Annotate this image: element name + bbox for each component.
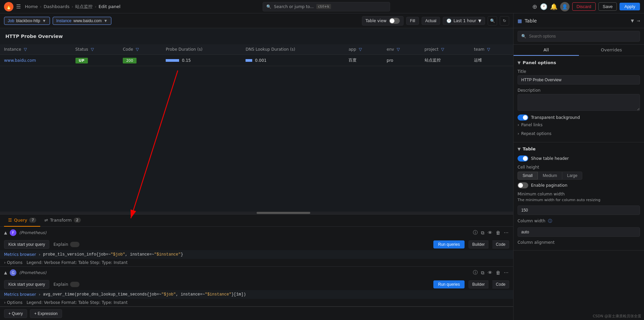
- search-bar[interactable]: 🔍 Search or jump to... ctrl+k: [263, 2, 390, 11]
- instance-filter-icon[interactable]: ▽: [24, 47, 27, 52]
- table-panel-icon: ▦: [518, 18, 522, 24]
- clock-icon[interactable]: 🕐: [540, 3, 547, 10]
- panel-options-header[interactable]: ▼ Panel options: [518, 60, 640, 65]
- query-row-g: ▲ G (Prometheus) ⓘ ⧉ 👁 🗑 ⋯ Kick start yo…: [0, 267, 513, 307]
- app-filter-icon[interactable]: ▽: [359, 47, 362, 52]
- table-view-toggle[interactable]: Table view: [362, 16, 404, 26]
- query-g-eye-btn[interactable]: 👁: [487, 269, 493, 276]
- query-g-more-btn[interactable]: ⋯: [503, 269, 509, 276]
- tab-transform[interactable]: ⇌ Transform 2: [40, 215, 85, 227]
- table-view-switch[interactable]: [389, 18, 400, 24]
- table-section-header[interactable]: ▼ Table: [518, 146, 640, 151]
- repeat-options-label: Repeat options: [521, 131, 551, 136]
- panel-type-select[interactable]: ▼: [631, 18, 634, 23]
- scroll-indicator[interactable]: [0, 212, 513, 214]
- min-col-width-input[interactable]: [518, 205, 640, 215]
- bell-icon[interactable]: 🔔: [550, 3, 557, 10]
- search-options-icon: 🔍: [521, 34, 526, 39]
- query-f-delete-btn[interactable]: 🗑: [495, 229, 501, 236]
- code-f-btn[interactable]: Code: [492, 240, 509, 248]
- actual-button[interactable]: Actual: [422, 17, 440, 25]
- instance-link[interactable]: www.baidu.com: [4, 58, 36, 63]
- panel-description-input[interactable]: [518, 94, 640, 111]
- instance-filter[interactable]: Instance www.baidu.com ▼: [53, 17, 111, 25]
- metrics-f-label[interactable]: Metrics browser: [4, 252, 36, 257]
- cell-height-medium[interactable]: Medium: [538, 172, 562, 180]
- project-filter-icon[interactable]: ▽: [441, 47, 444, 52]
- query-f-more-btn[interactable]: ⋯: [503, 229, 509, 236]
- query-g-collapse[interactable]: ▲: [4, 270, 7, 275]
- code-filter-icon[interactable]: ▽: [136, 47, 139, 52]
- table-section: ▼ Table Show table header Cell height Sm…: [514, 142, 644, 250]
- team-filter-icon[interactable]: ▽: [487, 47, 490, 52]
- transparent-bg-toggle[interactable]: [518, 115, 528, 121]
- code-g-btn[interactable]: Code: [492, 280, 509, 288]
- metrics-g-label[interactable]: Metrics browser: [4, 292, 36, 297]
- col-width-input[interactable]: [518, 227, 640, 237]
- breadcrumb-current: Edit panel: [99, 4, 120, 9]
- query-f-copy-btn[interactable]: ⧉: [480, 229, 485, 236]
- enable-pagination-toggle[interactable]: [518, 182, 528, 188]
- title-label: Title: [518, 69, 640, 74]
- builder-f-btn[interactable]: Builder: [469, 240, 488, 248]
- search-options-input[interactable]: [529, 34, 636, 39]
- explain-g-toggle[interactable]: [70, 282, 79, 287]
- cell-height-small[interactable]: Small: [518, 172, 538, 180]
- options-g-toggle[interactable]: › Options: [4, 300, 22, 305]
- plus-icon[interactable]: ⊕: [532, 3, 537, 10]
- query-f-eye-btn[interactable]: 👁: [487, 229, 493, 236]
- apply-button[interactable]: Apply: [620, 3, 640, 10]
- panel-title-input[interactable]: [518, 75, 640, 85]
- panel-links-header[interactable]: › Panel links: [518, 121, 640, 129]
- dns-duration-value: 0.001: [255, 58, 266, 63]
- add-query-button[interactable]: + Query: [4, 309, 27, 318]
- search-placeholder: Search or jump to...: [274, 4, 314, 9]
- status-filter-icon[interactable]: ▽: [91, 47, 94, 52]
- show-header-toggle[interactable]: [518, 155, 528, 162]
- query-g-copy-btn[interactable]: ⧉: [480, 269, 485, 276]
- save-button[interactable]: Save: [598, 2, 617, 11]
- tab-overrides[interactable]: Overrides: [579, 45, 644, 56]
- breadcrumb-dashboards[interactable]: Dashboards: [44, 4, 69, 9]
- zoom-icon[interactable]: 🔍: [488, 16, 497, 26]
- query-f-collapse[interactable]: ▲: [4, 230, 7, 235]
- kickstart-g-btn[interactable]: Kick start your query: [4, 280, 49, 289]
- options-f-toggle[interactable]: › Options: [4, 260, 22, 265]
- search-options-container: 🔍: [514, 28, 644, 45]
- tab-query[interactable]: ☰ Query 7: [4, 215, 40, 227]
- breadcrumb-folder[interactable]: 站点监控: [75, 4, 93, 10]
- tab-all[interactable]: All: [514, 45, 579, 56]
- env-filter-icon[interactable]: ▽: [397, 47, 400, 52]
- job-caret: ▼: [42, 18, 46, 23]
- fill-button[interactable]: Fill: [406, 17, 419, 25]
- kickstart-f-btn[interactable]: Kick start your query: [4, 240, 49, 249]
- run-queries-g-btn[interactable]: Run queries: [433, 280, 465, 288]
- query-g-metrics-row: Metrics browser › avg_over_time(probe_dn…: [0, 290, 513, 299]
- cell-project: 站点监控: [421, 55, 470, 66]
- run-queries-f-btn[interactable]: Run queries: [433, 240, 465, 248]
- job-filter[interactable]: Job blackbox-http ▼: [4, 17, 50, 25]
- query-f-code[interactable]: probe_tls_version_info{job=~"$job", inst…: [43, 252, 509, 257]
- avatar[interactable]: 👤: [560, 2, 570, 11]
- refresh-icon[interactable]: ↻: [500, 16, 509, 26]
- query-g-delete-btn[interactable]: 🗑: [495, 269, 501, 276]
- cell-height-btns: Small Medium Large: [518, 172, 640, 180]
- menu-icon[interactable]: ☰: [16, 3, 21, 10]
- time-range-picker[interactable]: 🕐 Last 1 hour ▼: [443, 17, 485, 25]
- cell-team: 运维: [470, 55, 513, 66]
- expand-icon[interactable]: →: [637, 18, 640, 23]
- discard-button[interactable]: Discard: [572, 2, 596, 11]
- cell-height-large[interactable]: Large: [562, 172, 583, 180]
- breadcrumb-home[interactable]: Home: [25, 4, 38, 9]
- query-f-info-btn[interactable]: ⓘ: [472, 229, 478, 236]
- repeat-options-header[interactable]: › Repeat options: [518, 129, 640, 138]
- builder-g-btn[interactable]: Builder: [469, 280, 488, 288]
- explain-f-toggle[interactable]: [70, 242, 79, 247]
- search-options-bar[interactable]: 🔍: [518, 31, 640, 42]
- panel-options-title: Panel options: [523, 60, 556, 65]
- query-g-info-btn[interactable]: ⓘ: [472, 269, 478, 276]
- add-expression-button[interactable]: + Expression: [30, 309, 62, 318]
- metrics-g-arrow: ›: [39, 292, 40, 297]
- left-panel: Job blackbox-http ▼ Instance www.baidu.c…: [0, 13, 513, 320]
- query-g-code[interactable]: avg_over_time(probe_dns_lookup_time_seco…: [43, 292, 509, 297]
